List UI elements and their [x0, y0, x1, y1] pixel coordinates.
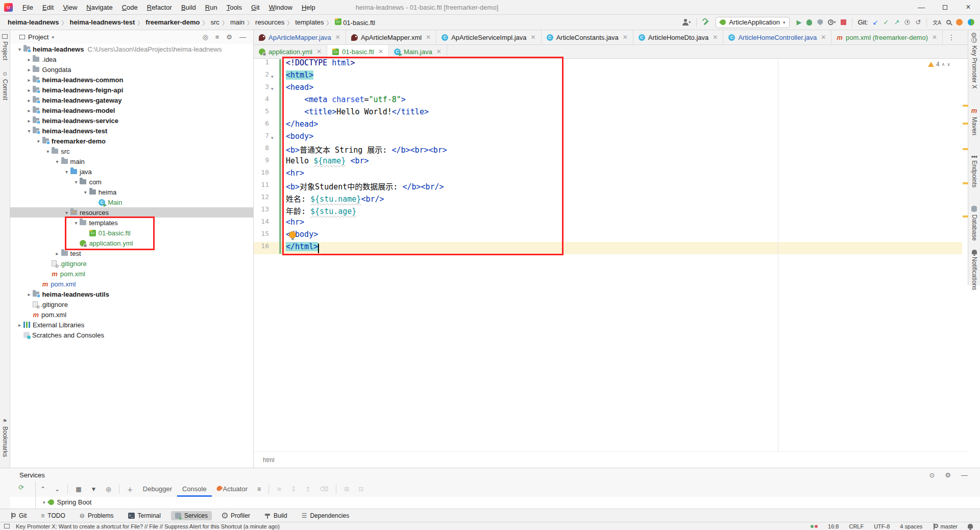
close-icon[interactable]: ✕ [316, 48, 322, 55]
toolwindow-problems[interactable]: ⊖Problems [76, 511, 118, 520]
toolwindow-git[interactable]: Git [6, 511, 31, 520]
services-group-icon[interactable]: ▦ [76, 486, 81, 493]
tree-item-main[interactable]: ▾main [10, 156, 253, 166]
menu-code[interactable]: Code [117, 0, 142, 15]
run-configuration-select[interactable]: ArticleApplication ▾ [716, 17, 790, 28]
tab-aparticleserviceimpl-java[interactable]: CApArticleServiceImpl.java✕ [436, 30, 541, 44]
services-filter-icon[interactable]: ▼ [90, 486, 96, 493]
tree-item-heima-leadnews-utils[interactable]: ▸heima-leadnews-utils [10, 289, 253, 299]
rollback-icon[interactable]: ↺ [915, 18, 921, 26]
tree-chevron-icon[interactable]: ▾ [63, 169, 70, 175]
caret-position[interactable]: 16:8 [828, 523, 839, 529]
wrench-icon[interactable] [702, 19, 709, 26]
intention-bulb-icon[interactable] [289, 231, 296, 238]
close-icon[interactable]: ✕ [932, 34, 937, 41]
tree-item--gitignore[interactable]: .gitignore [10, 299, 253, 309]
prev-warning-icon[interactable]: ∧ [942, 62, 945, 67]
tree-chevron-icon[interactable]: ▾ [25, 128, 33, 134]
status-message[interactable]: Key Promoter X: Want to create a shortcu… [16, 523, 280, 529]
stripe-bookmarks[interactable]: ⚑Bookmarks [0, 418, 10, 457]
tree-chevron-icon[interactable]: ▾ [82, 189, 89, 195]
services-expand-all-icon[interactable]: ⌄ [55, 486, 60, 493]
tab-articlehomecontroller-java[interactable]: CArticleHomeController.java✕ [723, 30, 831, 44]
tree-item-heima-leadnews-test[interactable]: ▾heima-leadnews-test [10, 126, 253, 136]
tree-item-heima-leadnews-common[interactable]: ▸heima-leadnews-common [10, 75, 253, 85]
tree-item-src[interactable]: ▾src [10, 146, 253, 156]
inspections-widget[interactable]: 4 ∧ ∨ [928, 61, 950, 68]
git-branch-widget[interactable]: master [933, 523, 958, 529]
tree-item-java[interactable]: ▾java [10, 166, 253, 177]
menu-window[interactable]: Window [264, 0, 297, 15]
minimize-button[interactable]: — [910, 0, 933, 14]
tree-item-heima-leadnews-feign-api[interactable]: ▸heima-leadnews-feign-api [10, 85, 253, 95]
services-panel-title[interactable]: Services [19, 471, 45, 479]
user-icon[interactable]: ▾ [682, 19, 691, 26]
tree-item-pom-xml[interactable]: mpom.xml [10, 279, 253, 289]
gear-icon[interactable]: ⚙ [226, 33, 232, 41]
close-icon[interactable]: ✕ [713, 34, 718, 41]
menu-run[interactable]: Run [201, 0, 222, 15]
services-tab-console[interactable]: Console [177, 481, 212, 497]
tree-item-resources[interactable]: ▾resources [10, 207, 253, 218]
hide-panel-icon[interactable]: — [961, 471, 968, 479]
close-icon[interactable]: ✕ [426, 34, 431, 41]
tree-chevron-icon[interactable]: ▸ [25, 118, 33, 124]
tree-item--idea[interactable]: ▸.idea [10, 54, 253, 64]
toolwindow-services[interactable]: Services [171, 511, 212, 520]
breadcrumb-item[interactable]: <> 01-basic.ftl [333, 18, 377, 27]
tree-chevron-icon[interactable]: ▸ [25, 292, 33, 297]
tab-aparticlemapper-java[interactable]: ApArticleMapper.java✕ [254, 30, 346, 44]
stripe-commit[interactable]: ⊙Commit [0, 71, 10, 100]
menu-edit[interactable]: Edit [38, 0, 58, 15]
fold-marker-icon[interactable]: ▾ [271, 70, 277, 83]
close-icon[interactable]: ✕ [531, 34, 536, 41]
tree-item-main[interactable]: C▶Main [10, 197, 253, 207]
close-icon[interactable]: ✕ [821, 34, 826, 41]
tab-articlehomedto-java[interactable]: CArticleHomeDto.java✕ [633, 30, 724, 44]
next-warning-icon[interactable]: ∨ [947, 62, 950, 67]
tree-item-pom-xml[interactable]: mpom.xml [10, 269, 253, 279]
tree-chevron-icon[interactable]: ▸ [25, 108, 33, 113]
tab-list-more-icon[interactable]: ⋮ [943, 33, 960, 41]
tree-item-heima-leadnews-gateway[interactable]: ▸heima-leadnews-gateway [10, 95, 253, 105]
services-tab-actuator[interactable]: Actuator [212, 481, 253, 497]
menu-view[interactable]: View [58, 0, 82, 15]
tree-item-scratches-and-consoles[interactable]: Scratches and Consoles [10, 330, 253, 340]
close-button[interactable]: × [957, 0, 980, 14]
locate-file-icon[interactable]: ◎ [202, 33, 208, 41]
breadcrumb-item[interactable]: heima-leadnews-test [68, 18, 136, 26]
tree-chevron-icon[interactable]: ▸ [25, 87, 33, 93]
tree-chevron-icon[interactable]: ▾ [72, 179, 80, 185]
tree-chevron-icon[interactable]: ▸ [25, 98, 33, 103]
close-icon[interactable]: ✕ [378, 48, 383, 55]
menu-tools[interactable]: Tools [222, 0, 247, 15]
breadcrumb-item[interactable]: heima-leadnews [6, 18, 60, 26]
window-icon[interactable] [4, 524, 10, 528]
tree-item-gongdata[interactable]: ▸Gongdata [10, 64, 253, 75]
breadcrumb-item[interactable]: main [229, 18, 246, 26]
services-collapse-all-icon[interactable]: ⌃ [40, 486, 45, 493]
breadcrumb-item[interactable]: resources [254, 18, 286, 26]
plugin-orange-icon[interactable] [956, 19, 963, 26]
tree-chevron-icon[interactable]: ▸ [16, 322, 23, 328]
float-mode-icon[interactable]: ⊙ [929, 471, 935, 479]
chevron-down-icon[interactable]: ▾ [52, 35, 54, 40]
tree-chevron-icon[interactable]: ▾ [54, 159, 61, 164]
menu-navigate[interactable]: Navigate [82, 0, 117, 15]
tree-item-freemarker-demo[interactable]: ▾freemarker-demo [10, 136, 253, 146]
tree-chevron-icon[interactable]: ▸ [54, 251, 61, 256]
tree-item--gitignore[interactable]: .gitignore [10, 258, 253, 269]
run-button[interactable]: ▶ [796, 18, 801, 26]
services-tab-debugger[interactable]: Debugger [138, 481, 177, 497]
tree-chevron-icon[interactable]: ▾ [35, 138, 42, 144]
menu-refactor[interactable]: Refactor [142, 0, 177, 15]
tree-chevron-icon[interactable]: ▾ [44, 149, 52, 154]
menu-help[interactable]: Help [297, 0, 320, 15]
git-push-icon[interactable]: ↗ [894, 18, 900, 26]
tab-pom-xml-freemarker-demo-[interactable]: mpom.xml (freemarker-demo)✕ [831, 30, 943, 44]
toolwindow-dependencies[interactable]: ☰Dependencies [298, 511, 354, 520]
tree-item-heima-leadnews[interactable]: ▾heima-leadnewsC:\Users\Jason\IdeaProjec… [10, 44, 253, 54]
tree-chevron-icon[interactable]: ▸ [25, 77, 33, 83]
close-icon[interactable]: ✕ [436, 48, 442, 55]
tree-chevron-icon[interactable]: ▾ [43, 500, 45, 505]
